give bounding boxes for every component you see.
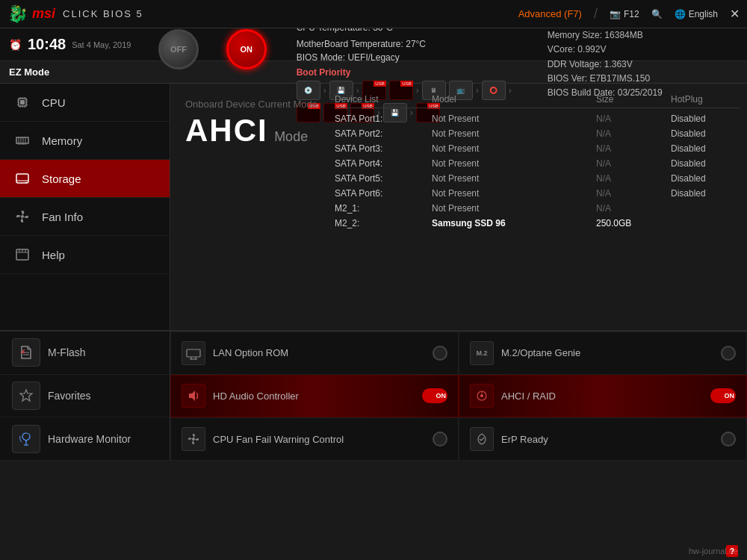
cpu-fan-fail-label: CPU Fan Fail Warning Control — [213, 434, 344, 445]
game-boost-knob[interactable]: OFF — [158, 29, 199, 69]
search-button[interactable]: 🔍 — [651, 9, 663, 19]
svg-point-25 — [25, 182, 27, 184]
memory-icon — [12, 132, 33, 149]
m-flash-button[interactable]: M-Flash — [0, 332, 170, 375]
advanced-button[interactable]: Advanced (F7) — [518, 8, 582, 19]
table-row: SATA Port1:Not PresentN/ADisabled — [335, 111, 740, 126]
search-icon: 🔍 — [651, 9, 663, 19]
hw-monitor-icon — [12, 425, 40, 453]
m-flash-icon — [12, 338, 40, 367]
clock-area: ⏰ 10:48 Sat 4 May, 2019 — [9, 36, 131, 53]
ahci-raid-toggle[interactable] — [710, 388, 736, 403]
svg-rect-23 — [16, 174, 28, 183]
fan-icon — [12, 208, 33, 225]
content-area: CPU Memory Storage Fan Info Help — [0, 84, 747, 330]
device-mode-label: Onboard Device Current Mode — [185, 99, 317, 110]
erp-icon — [470, 427, 494, 451]
feature-tiles: LAN Option ROM M.2 M.2/Optane Genie HD A… — [170, 332, 747, 461]
m2-toggle[interactable] — [721, 346, 736, 361]
mb-temp: MotherBoard Temperature: 27°C — [297, 39, 536, 49]
lan-option-rom-tile[interactable]: LAN Option ROM — [170, 332, 459, 375]
svg-rect-14 — [16, 137, 28, 143]
erp-ready-tile[interactable]: ErP Ready — [459, 417, 747, 461]
ahci-title: AHCI — [185, 113, 268, 148]
msi-logo: msi — [32, 6, 55, 22]
boot-priority-label: Boot Priority — [297, 67, 536, 78]
clock-icon: ⏰ — [9, 39, 22, 51]
top-bar: 🐉 msi CLICK BIOS 5 Advanced (F7) / 📷 F12… — [0, 0, 747, 28]
main-content: Onboard Device Current Mode AHCI Mode De… — [170, 84, 747, 330]
hd-audio-tile[interactable]: HD Audio Controller — [170, 375, 459, 418]
sidebar-item-label-memory: Memory — [42, 134, 82, 147]
m2-icon: M.2 — [470, 341, 494, 365]
ahci-section: Onboard Device Current Mode AHCI Mode — [185, 99, 317, 149]
svg-rect-34 — [187, 349, 200, 357]
table-row: SATA Port2:Not PresentN/ADisabled — [335, 126, 740, 141]
m2-optane-label: M.2/Optane Genie — [501, 347, 580, 358]
sidebar-item-label-cpu: CPU — [42, 96, 66, 109]
xmp-knob[interactable]: ON — [226, 29, 267, 69]
sidebar-item-fan-info[interactable]: Fan Info — [0, 198, 170, 236]
vcore-info: VCore: 0.992V — [548, 43, 726, 57]
hw-monitor-label: Hardware Monitor — [48, 433, 131, 445]
table-row: SATA Port6:Not PresentN/ADisabled — [335, 186, 740, 201]
cpu-fan-toggle[interactable] — [433, 432, 447, 447]
favorites-button[interactable]: Favorites — [0, 375, 170, 418]
sidebar-item-label-fan-info: Fan Info — [42, 211, 83, 223]
sidebar-item-storage[interactable]: Storage — [0, 160, 170, 198]
audio-icon — [182, 384, 205, 408]
device-table-header: Device List Model Size HotPlug — [335, 91, 740, 108]
sidebar: CPU Memory Storage Fan Info Help — [0, 84, 170, 330]
memory-info: Memory Size: 16384MB — [548, 28, 726, 43]
hd-audio-toggle[interactable] — [422, 388, 447, 403]
f12-button[interactable]: 📷 F12 — [610, 9, 639, 19]
close-button[interactable]: ✕ — [730, 7, 740, 21]
watermark: hw-journal.de — [689, 547, 738, 556]
ahci-raid-label: AHCI / RAID — [501, 391, 556, 402]
erp-toggle[interactable] — [721, 432, 736, 447]
sidebar-item-label-storage: Storage — [42, 172, 81, 185]
favorites-icon — [12, 382, 40, 410]
cpu-fan-fail-tile[interactable]: CPU Fan Fail Warning Control — [170, 417, 459, 461]
top-bar-right: Advanced (F7) / 📷 F12 🔍 🌐 English ✕ — [518, 6, 740, 22]
ahci-icon — [470, 384, 494, 408]
language-button[interactable]: 🌐 English — [675, 9, 718, 19]
hardware-monitor-button[interactable]: Hardware Monitor — [0, 417, 170, 461]
svg-point-41 — [192, 438, 195, 441]
globe-icon: 🌐 — [675, 9, 686, 19]
col-model: Model — [432, 94, 596, 105]
sidebar-item-memory[interactable]: Memory — [0, 122, 170, 160]
cpu-icon — [12, 94, 33, 111]
ahci-raid-tile[interactable]: AHCI / RAID — [459, 375, 747, 418]
svg-point-26 — [21, 215, 24, 218]
bottom-left: M-Flash Favorites Hardware Monitor — [0, 332, 170, 461]
sidebar-item-cpu[interactable]: CPU — [0, 84, 170, 122]
sidebar-item-label-help: Help — [42, 249, 65, 261]
svg-point-39 — [480, 394, 483, 397]
lan-icon — [182, 341, 205, 365]
ddr-voltage-info: DDR Voltage: 1.363V — [548, 57, 726, 72]
ez-mode-label: EZ Mode — [9, 66, 49, 78]
m2-optane-tile[interactable]: M.2 M.2/Optane Genie — [459, 332, 747, 375]
table-row: SATA Port5:Not PresentN/ADisabled — [335, 171, 740, 186]
bottom-area: M-Flash Favorites Hardware Monitor LAN O… — [0, 330, 747, 461]
col-size: Size — [596, 94, 671, 105]
ahci-mode-label: Mode — [274, 129, 308, 144]
lan-toggle[interactable] — [433, 346, 447, 361]
sidebar-item-help[interactable]: Help — [0, 236, 170, 274]
storage-icon — [12, 170, 33, 187]
camera-icon: 📷 — [610, 9, 621, 19]
lan-option-rom-label: LAN Option ROM — [213, 347, 288, 358]
help-icon — [12, 246, 33, 263]
table-row: SATA Port3:Not PresentN/ADisabled — [335, 141, 740, 156]
col-device: Device List — [335, 94, 432, 105]
divider: / — [594, 6, 598, 22]
hd-audio-label: HD Audio Controller — [213, 391, 299, 402]
logo-area: 🐉 msi CLICK BIOS 5 — [7, 4, 143, 24]
m-flash-label: M-Flash — [48, 346, 86, 358]
date-display: Sat 4 May, 2019 — [72, 40, 131, 49]
device-table: Device List Model Size HotPlug SATA Port… — [335, 91, 740, 231]
favorites-label: Favorites — [48, 390, 91, 402]
time-display: 10:48 — [28, 36, 66, 53]
msi-dragon-icon: 🐉 — [7, 4, 28, 24]
